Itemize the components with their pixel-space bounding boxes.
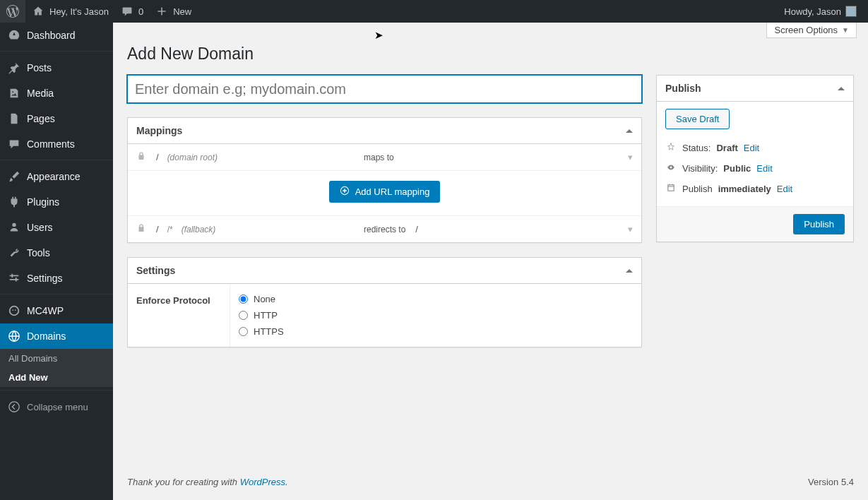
radio-http[interactable] — [239, 311, 248, 320]
menu-plugins[interactable]: Plugins — [0, 189, 113, 215]
footer-thanks: Thank you for creating with WordPress. — [127, 477, 288, 487]
status-value: Draft — [716, 143, 737, 153]
protocol-option-https[interactable]: HTTPS — [239, 326, 633, 337]
mapping-root-row: / (domain root) maps to ▾ — [128, 144, 641, 171]
mappings-box: Mappings / (domain root) maps to — [127, 117, 642, 243]
chevron-down-icon: ▼ — [842, 26, 849, 34]
domains-submenu: All Domains Add New — [0, 349, 113, 387]
svg-point-1 — [12, 309, 13, 311]
eye-icon — [665, 162, 677, 174]
menu-pages[interactable]: Pages — [0, 106, 113, 131]
schedule-row: Publish immediately Edit — [665, 179, 845, 199]
save-draft-button[interactable]: Save Draft — [665, 109, 730, 129]
svg-point-0 — [10, 306, 19, 316]
admin-bar: Hey, It's Jason 0 New Howdy, Jason — [0, 0, 868, 23]
screen-options-toggle[interactable]: Screen Options ▼ — [766, 23, 857, 38]
publish-button[interactable]: Publish — [793, 214, 845, 234]
separator — [0, 157, 113, 160]
user-menu[interactable]: Howdy, Jason — [778, 0, 862, 23]
site-link[interactable]: Hey, It's Jason — [25, 0, 114, 23]
protocol-option-none[interactable]: None — [239, 294, 633, 304]
toggle-icon[interactable] — [838, 87, 845, 90]
menu-settings[interactable]: Settings — [0, 266, 113, 291]
menu-tools[interactable]: Tools — [0, 240, 113, 266]
root-note: (domain root) — [167, 153, 218, 162]
svg-point-4 — [9, 402, 19, 412]
menu-dashboard[interactable]: Dashboard — [0, 23, 113, 48]
sliders-icon — [7, 271, 21, 285]
menu-appearance[interactable]: Appearance — [0, 164, 113, 189]
menu-posts[interactable]: Posts — [0, 55, 113, 81]
redirects-to-label: redirects to — [364, 225, 405, 234]
wordpress-icon — [6, 4, 20, 18]
menu-media[interactable]: Media — [0, 81, 113, 106]
settings-box: Settings Enforce Protocol None HTTP HTTP… — [127, 257, 642, 347]
pin-icon — [7, 61, 21, 75]
plugin-icon — [7, 195, 21, 209]
comments-link[interactable]: 0 — [114, 0, 149, 23]
new-label: New — [173, 6, 191, 17]
chevron-down-icon[interactable]: ▾ — [628, 152, 633, 162]
domain-input[interactable] — [127, 75, 642, 103]
publish-title: Publish — [665, 83, 701, 94]
enforce-protocol-label: Enforce Protocol — [128, 284, 230, 347]
radio-none[interactable] — [239, 294, 248, 304]
menu-mc4wp[interactable]: MC4WP — [0, 298, 113, 323]
submenu-all-domains[interactable]: All Domains — [0, 349, 113, 368]
site-name: Hey, It's Jason — [49, 6, 109, 17]
wordpress-link[interactable]: WordPress — [240, 477, 285, 487]
separator — [0, 291, 113, 294]
menu-domains[interactable]: Domains — [0, 323, 113, 349]
globe-icon — [7, 329, 21, 343]
menu-users[interactable]: Users — [0, 215, 113, 240]
collapse-icon — [7, 400, 21, 414]
visibility-edit-link[interactable]: Edit — [756, 163, 772, 174]
redirect-target: / — [415, 224, 486, 234]
fallback-note: (fallback) — [182, 225, 216, 234]
add-url-mapping-button[interactable]: Add URL mapping — [329, 181, 441, 203]
main-content: Screen Options ▼ Add New Domain Mappings — [113, 23, 868, 500]
howdy-text: Howdy, Jason — [784, 6, 841, 17]
new-link[interactable]: New — [149, 0, 197, 23]
schedule-value: immediately — [718, 184, 771, 194]
radio-https[interactable] — [239, 327, 248, 336]
visibility-value: Public — [723, 163, 751, 174]
wp-logo[interactable] — [0, 0, 25, 23]
home-icon — [31, 4, 45, 18]
chevron-down-icon[interactable]: ▾ — [628, 224, 633, 234]
fallback-path: / — [156, 224, 159, 234]
wrench-icon — [7, 246, 21, 260]
toggle-icon[interactable] — [626, 269, 633, 273]
user-icon — [7, 220, 21, 234]
visibility-row: Visibility: Public Edit — [665, 158, 845, 179]
protocol-option-http[interactable]: HTTP — [239, 310, 633, 321]
separator — [0, 48, 113, 52]
toggle-icon[interactable] — [626, 129, 633, 133]
plus-circle-icon — [340, 186, 350, 198]
menu-comments[interactable]: Comments — [0, 131, 113, 157]
status-row: Status: Draft Edit — [665, 138, 845, 158]
settings-title: Settings — [136, 265, 175, 276]
mapping-fallback-row: / /* (fallback) redirects to / ▾ — [128, 216, 641, 242]
submenu-add-new[interactable]: Add New — [0, 368, 113, 387]
schedule-edit-link[interactable]: Edit — [777, 184, 792, 194]
publish-box: Publish Save Draft Status: Draft Edit — [656, 75, 854, 242]
comment-icon — [120, 4, 134, 18]
status-edit-link[interactable]: Edit — [744, 143, 759, 153]
comments-icon — [7, 137, 21, 151]
version-label: Version 5.4 — [808, 477, 854, 487]
root-path: / — [156, 152, 159, 162]
svg-point-2 — [15, 309, 16, 311]
fallback-glob: /* — [167, 225, 173, 234]
collapse-menu[interactable]: Collapse menu — [0, 394, 113, 419]
calendar-icon — [665, 183, 677, 195]
comment-count: 0 — [138, 6, 143, 17]
media-icon — [7, 86, 21, 100]
mappings-title: Mappings — [136, 125, 182, 136]
admin-sidebar: Dashboard Posts Media Pages Comments App… — [0, 23, 113, 500]
separator — [0, 387, 113, 391]
brush-icon — [7, 169, 21, 184]
page-icon — [7, 112, 21, 126]
maps-to-label: maps to — [364, 153, 394, 162]
footer: Thank you for creating with WordPress. V… — [113, 464, 868, 500]
